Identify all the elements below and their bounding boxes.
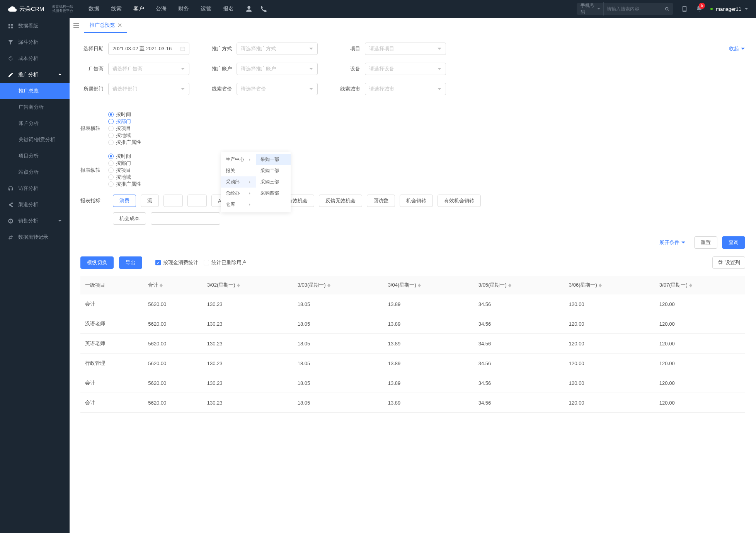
expand-conditions[interactable]: 展开条件 xyxy=(659,239,686,246)
toggle-button[interactable]: 横纵切换 xyxy=(80,256,114,269)
table-header[interactable]: 3/04(星期一) xyxy=(383,276,474,294)
table-header[interactable]: 一级项目 xyxy=(80,276,143,294)
method-select[interactable]: 请选择推广方式 xyxy=(237,43,318,55)
reset-button[interactable]: 重置 xyxy=(694,236,717,249)
sidebar-item[interactable]: 推广分析 xyxy=(0,67,70,83)
cascade-item[interactable]: 报关 xyxy=(221,165,256,176)
sidebar-item[interactable]: 访客分析 xyxy=(0,180,70,196)
collapse-link[interactable]: 收起 xyxy=(729,45,745,52)
radio-option[interactable]: 按时间 xyxy=(108,153,141,160)
radio-option[interactable]: 按部门 xyxy=(108,160,141,167)
dept-select[interactable]: 请选择部门 xyxy=(108,83,189,95)
cascade-item[interactable]: 采购部 xyxy=(221,176,256,188)
sidebar-item[interactable]: 渠道分析 xyxy=(0,196,70,213)
metric-button[interactable]: 回访数 xyxy=(367,195,395,207)
query-button[interactable]: 查询 xyxy=(722,236,745,249)
table-header[interactable]: 3/03(星期一) xyxy=(293,276,383,294)
cascade-item[interactable]: 采购三部 xyxy=(256,176,291,188)
metric-button[interactable]: 消费 xyxy=(113,195,136,207)
date-picker[interactable]: 2021-03-02 至 2021-03-16 xyxy=(108,43,189,55)
table-header[interactable]: 3/06(星期一) xyxy=(564,276,655,294)
search-icon[interactable] xyxy=(665,6,669,12)
table-header[interactable]: 合计 xyxy=(143,276,202,294)
radio-option[interactable]: 按时间 xyxy=(108,111,141,118)
cascade-item[interactable]: 采购四部 xyxy=(256,188,291,199)
dept-label: 所属部门 xyxy=(80,85,104,92)
device-icon[interactable] xyxy=(681,5,688,12)
sidebar-subitem[interactable]: 账户分析 xyxy=(0,115,70,132)
sidebar-item[interactable]: 数据看版 xyxy=(0,18,70,34)
notifications[interactable]: 5 xyxy=(696,5,703,13)
topnav-item[interactable]: 线索 xyxy=(111,5,122,12)
table-cell: 18.05 xyxy=(293,373,383,393)
table-row: 英语老师5620.00130.2318.0513.8934.56120.0012… xyxy=(80,334,745,354)
sidebar-subitem[interactable]: 项目分析 xyxy=(0,148,70,164)
chevron-down-icon xyxy=(309,87,313,91)
phone-icon[interactable] xyxy=(260,5,267,12)
settings-columns-button[interactable]: 设置列 xyxy=(712,256,745,269)
cash-stat-checkbox[interactable]: 按现金消费统计 xyxy=(155,259,198,266)
sidebar-subitem[interactable]: 推广总览 xyxy=(0,83,70,99)
sidebar-subitem[interactable]: 关键词/创意分析 xyxy=(0,132,70,148)
metric-button[interactable]: 有效机会销转 xyxy=(438,195,481,207)
radio-option[interactable]: 按推广属性 xyxy=(108,139,141,146)
cascade-item[interactable]: 生产中心 xyxy=(221,154,256,165)
topnav-item[interactable]: 数据 xyxy=(89,5,99,12)
table-header[interactable]: 3/05(星期一) xyxy=(474,276,564,294)
cascade-col-1: 生产中心报关采购部总经办仓库 xyxy=(221,152,256,212)
radio-option[interactable]: 按推广属性 xyxy=(108,181,141,188)
chevron-down-icon xyxy=(180,87,185,91)
sidebar-item[interactable]: 数据流转记录 xyxy=(0,229,70,245)
topnav-item[interactable]: 财务 xyxy=(178,5,189,12)
sidebar-item[interactable]: 成本分析 xyxy=(0,50,70,67)
province-select[interactable]: 请选择省份 xyxy=(237,83,318,95)
radio-option[interactable]: 按地域 xyxy=(108,174,141,181)
search-type[interactable]: 手机号码 xyxy=(581,2,604,15)
topnav-item[interactable]: 公海 xyxy=(156,5,167,12)
tab-overview[interactable]: 推广总预览 xyxy=(84,18,127,33)
sidebar-item[interactable]: 销售分析 xyxy=(0,213,70,229)
export-button[interactable]: 导出 xyxy=(119,256,142,269)
metric-button[interactable] xyxy=(187,195,207,207)
cascade-item[interactable]: 仓库 xyxy=(221,199,256,210)
search-box[interactable]: 手机号码 xyxy=(577,3,673,15)
menu-toggle-icon[interactable] xyxy=(73,23,79,28)
cascade-item[interactable]: 采购二部 xyxy=(256,165,291,176)
table-row: 会计5620.00130.2318.0513.8934.56120.00120.… xyxy=(80,393,745,413)
user-icon[interactable] xyxy=(245,5,252,12)
close-icon[interactable] xyxy=(118,23,122,27)
metric-button[interactable] xyxy=(151,212,220,225)
sidebar-item[interactable]: 漏斗分析 xyxy=(0,34,70,50)
metric-button[interactable]: 反馈无效机会 xyxy=(319,195,362,207)
device-select[interactable]: 请选择设备 xyxy=(365,63,446,75)
table-header[interactable]: 3/02(星期一) xyxy=(203,276,293,294)
metric-button[interactable]: 机会销转 xyxy=(400,195,433,207)
metric-button[interactable]: 流 xyxy=(141,195,159,207)
table-cell: 120.00 xyxy=(655,294,745,314)
metric-button[interactable] xyxy=(163,195,183,207)
radio-option[interactable]: 按项目 xyxy=(108,125,141,132)
radio-option[interactable]: 按部门 xyxy=(108,118,141,125)
cascade-item[interactable]: 总经办 xyxy=(221,188,256,199)
topnav-item[interactable]: 报名 xyxy=(223,5,234,12)
deleted-stat-checkbox[interactable]: 统计已删除用户 xyxy=(204,259,247,266)
project-select[interactable]: 请选择项目 xyxy=(365,43,446,55)
account-select[interactable]: 请选择推广账户 xyxy=(237,63,318,75)
search-input[interactable] xyxy=(607,6,665,12)
cascade-item[interactable]: 采购一部 xyxy=(256,154,291,165)
topnav-item[interactable]: 客户 xyxy=(133,5,144,12)
radio-option[interactable]: 按地域 xyxy=(108,132,141,139)
city-select[interactable]: 请选择城市 xyxy=(365,83,446,95)
sidebar-subitem[interactable]: 广告商分析 xyxy=(0,99,70,115)
logo[interactable]: 云朵CRM 教育机构一站 式服务云平台 xyxy=(8,4,73,14)
funnel-icon xyxy=(8,39,14,45)
table-header[interactable]: 3/07(星期一) xyxy=(655,276,745,294)
sidebar-subitem[interactable]: 站点分析 xyxy=(0,164,70,180)
user-menu[interactable]: manager11 xyxy=(710,6,748,12)
advertiser-select[interactable]: 请选择广告商 xyxy=(108,63,189,75)
h-axis-label: 报表横轴 xyxy=(80,125,108,132)
topnav-item[interactable]: 运营 xyxy=(201,5,211,12)
radio-option[interactable]: 按项目 xyxy=(108,167,141,174)
table-cell: 130.23 xyxy=(203,294,293,314)
metric-button[interactable]: 机会成本 xyxy=(113,212,146,225)
